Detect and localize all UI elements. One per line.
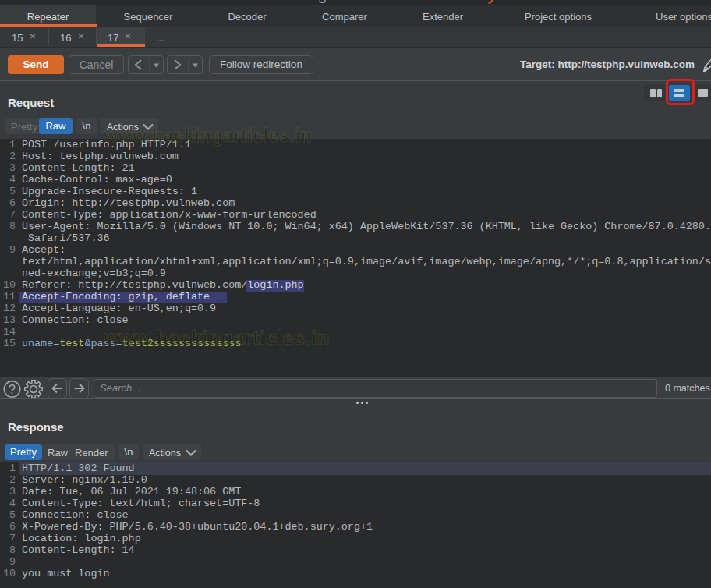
svg-text:?: ? [9, 383, 16, 396]
